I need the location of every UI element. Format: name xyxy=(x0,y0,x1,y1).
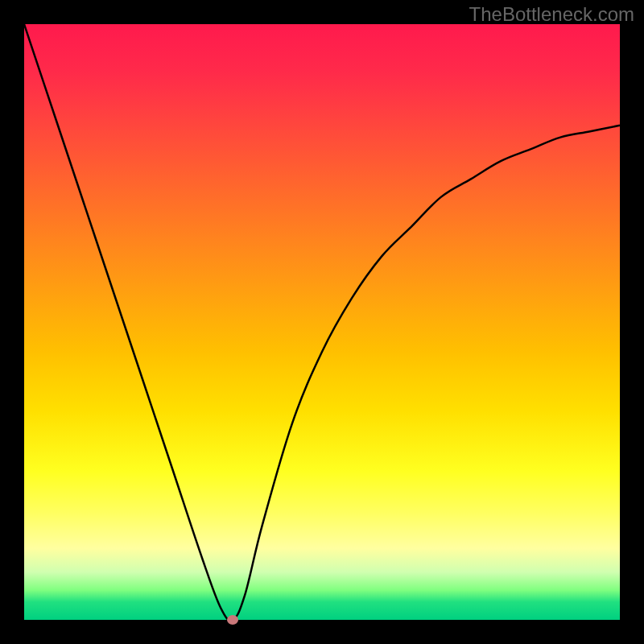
watermark-text: TheBottleneck.com xyxy=(469,3,634,26)
chart-plot-area xyxy=(24,24,620,620)
bottleneck-curve xyxy=(24,24,620,620)
minimum-marker-dot xyxy=(227,615,238,625)
